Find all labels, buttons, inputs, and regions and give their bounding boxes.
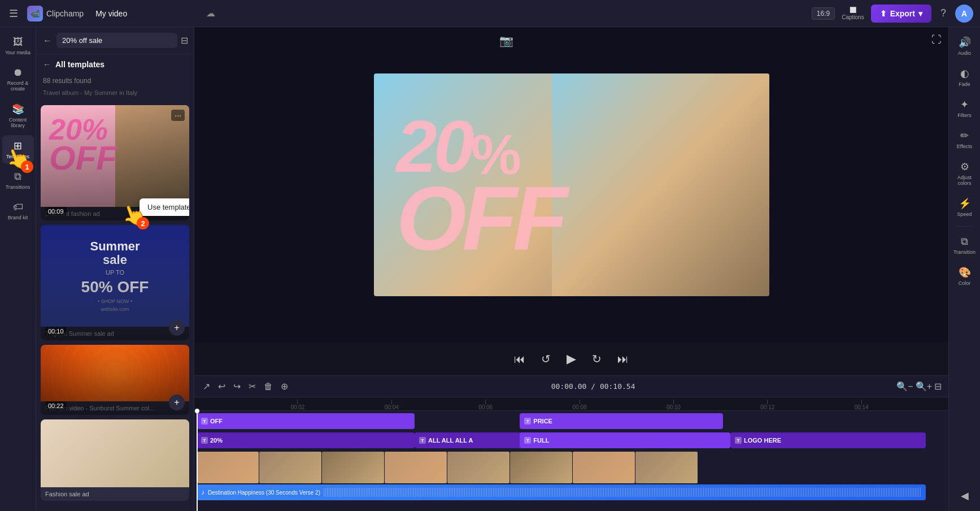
sidebar-item-media[interactable]: 🖼 Your media	[2, 32, 34, 60]
screenshot-button[interactable]: 📷	[499, 34, 513, 47]
zoom-in-button[interactable]: 🔍+	[916, 381, 932, 392]
sidebar-item-record[interactable]: ⏺ Record & create	[2, 62, 34, 96]
forward-button[interactable]: ↻	[590, 350, 604, 368]
timeline-playhead[interactable]	[197, 411, 198, 511]
delete-button[interactable]: 🗑	[262, 380, 275, 393]
summer-card-add-button[interactable]: +	[169, 320, 185, 336]
sunburst-card-duration: 00:22	[45, 401, 67, 410]
preview-off-text: OFF	[397, 180, 564, 257]
all-templates-back-button[interactable]: ←	[43, 60, 51, 69]
redo-button[interactable]: ↪	[232, 379, 242, 393]
rewind-button[interactable]: ↺	[539, 350, 553, 368]
right-sidebar-effects[interactable]: ✏ Effects	[950, 125, 979, 154]
card-label-4: Fashion sale ad	[41, 487, 189, 501]
sidebar-item-content[interactable]: 📚 Content library	[2, 98, 34, 133]
video-title-input[interactable]	[90, 6, 199, 21]
ruler-marks: 00:02 00:04 00:06 00:08 00:10 00:12 00:1…	[197, 397, 948, 410]
right-sidebar-divider	[956, 226, 974, 227]
center-area: 20 % OFF 📷 ⛶ ⏮ ↺ ▶ ↻ ⏭ ↗ ↩ ↪ ✂	[194, 27, 948, 511]
video-thumb-8	[635, 452, 698, 483]
video-thumb-7	[573, 452, 635, 483]
track-row-1: T OFF T PRICE	[194, 413, 948, 431]
help-button[interactable]: ?	[938, 5, 948, 21]
user-avatar[interactable]: A	[955, 5, 973, 23]
transition-icon: ⧉	[961, 236, 968, 248]
skip-back-button[interactable]: ⏮	[512, 350, 528, 368]
audio-label: Destination Happiness (30 Seconds Verse …	[208, 490, 320, 496]
adjust-icon: ⚙	[960, 161, 969, 173]
right-sidebar-adjust[interactable]: ⚙ Adjust colors	[950, 156, 979, 190]
skip-forward-button[interactable]: ⏭	[615, 350, 631, 368]
results-count: 88 results found	[36, 75, 194, 89]
export-chevron-icon: ▾	[918, 9, 922, 18]
template-card-4[interactable]: Fashion sale ad	[41, 419, 189, 501]
app-name: Clipchamp	[46, 9, 84, 18]
right-sidebar-filters[interactable]: ✦ Filters	[950, 94, 979, 123]
right-sidebar-collapse-button[interactable]: ◀	[950, 485, 979, 506]
template-card-fashion[interactable]: 20% OFF ··· 00:09 + Use template Discoun…	[41, 105, 189, 220]
right-sidebar-color[interactable]: 🎨 Color	[950, 262, 979, 291]
card-duration: 00:09	[45, 207, 67, 216]
track-row-video	[194, 452, 948, 483]
content-icon: 📚	[12, 103, 24, 115]
search-input[interactable]	[56, 33, 177, 48]
ruler-mark-5: 00:12	[760, 400, 774, 410]
filter-button[interactable]: ⊟	[181, 35, 188, 46]
clip-twenty[interactable]: T 20%	[197, 432, 415, 448]
ruler-mark-2: 00:06	[478, 400, 493, 410]
audio-waveform	[324, 488, 921, 497]
summer-card-overlay: 00:10 +	[41, 225, 189, 340]
zoom-out-button[interactable]: 🔍−	[896, 381, 913, 392]
zoom-fit-button[interactable]: ⊟	[934, 381, 942, 392]
color-icon: 🎨	[959, 266, 971, 279]
video-thumb-5	[447, 452, 509, 483]
right-sidebar-audio[interactable]: 🔊 Audio	[950, 32, 979, 60]
clip-allall[interactable]: T ALL ALL ALL A	[415, 432, 528, 448]
templates-panel: ← ⊟ ← All templates 88 results found Tra…	[36, 27, 194, 511]
timeline-toolbar: ↗ ↩ ↪ ✂ 🗑 ⊕ 00:00.00 / 00:10.54 🔍− 🔍+ ⊟	[194, 376, 948, 397]
clip-full[interactable]: T FULL	[520, 432, 730, 448]
sidebar-item-templates[interactable]: ⊞ Templates	[2, 135, 34, 164]
preview-text-overlay: 20 % OFF	[374, 73, 769, 296]
card-overlay: 00:09 +	[41, 105, 189, 220]
sidebar-item-transitions[interactable]: ⧉ Transitions	[2, 166, 34, 194]
sidebar-item-brand[interactable]: 🏷 Brand kit	[2, 197, 34, 225]
clip-price[interactable]: T PRICE	[520, 413, 722, 429]
main-layout: 🖼 Your media ⏺ Record & create 📚 Content…	[0, 27, 980, 511]
add-button[interactable]: ⊕	[279, 379, 290, 393]
cursor-tool-button[interactable]: ↗	[201, 379, 212, 393]
video-thumbnail-strip[interactable]	[197, 452, 926, 483]
music-note-icon: ♪	[201, 488, 204, 496]
search-back-button[interactable]: ←	[42, 34, 53, 47]
timeline-time-display: 00:00.00 / 00:10.54	[294, 382, 892, 391]
audio-clip[interactable]: ♪ Destination Happiness (30 Seconds Vers…	[197, 484, 926, 500]
video-thumb-1	[197, 452, 259, 483]
right-sidebar-transition[interactable]: ⧉ Transition	[950, 231, 979, 259]
clip-t-icon-6: T	[735, 437, 742, 444]
template-card-summer[interactable]: Summersale UP TO 50% OFF • SHOP NOW • we…	[41, 225, 189, 340]
right-sidebar-speed[interactable]: ⚡ Speed	[950, 193, 979, 222]
clip-off[interactable]: T OFF	[197, 413, 415, 429]
speed-icon: ⚡	[959, 197, 971, 210]
menu-button[interactable]: ☰	[7, 5, 20, 22]
track-content-1: T OFF T PRICE	[197, 413, 948, 431]
captions-button[interactable]: ⬜ Captions	[842, 7, 864, 20]
record-icon: ⏺	[13, 67, 23, 79]
media-icon: 🖼	[13, 36, 23, 48]
card-add-button[interactable]: +	[169, 200, 185, 216]
clip-logohere[interactable]: T LOGO HERE	[730, 432, 926, 448]
undo-button[interactable]: ↩	[216, 379, 227, 393]
sunburst-card-add-button[interactable]: +	[169, 395, 185, 410]
template-card-sunburst[interactable]: 00:22 + Fashion video - Sunburst Summer …	[41, 345, 189, 415]
cut-button[interactable]: ✂	[247, 379, 258, 393]
cloud-icon: ☁	[206, 8, 215, 19]
export-button[interactable]: ⬆ Export ▾	[871, 5, 931, 23]
ruler-mark-3: 00:08	[573, 400, 587, 410]
track-row-2: T 20% T ALL ALL ALL A T FULL	[194, 432, 948, 451]
app-logo: 📹 Clipchamp	[27, 6, 84, 21]
track-content-2: T 20% T ALL ALL ALL A T FULL	[197, 432, 948, 451]
fullscreen-button[interactable]: ⛶	[931, 34, 942, 46]
video-thumb-2	[259, 452, 321, 483]
play-button[interactable]: ▶	[564, 349, 578, 369]
right-sidebar-fade[interactable]: ◐ Fade	[950, 63, 979, 92]
